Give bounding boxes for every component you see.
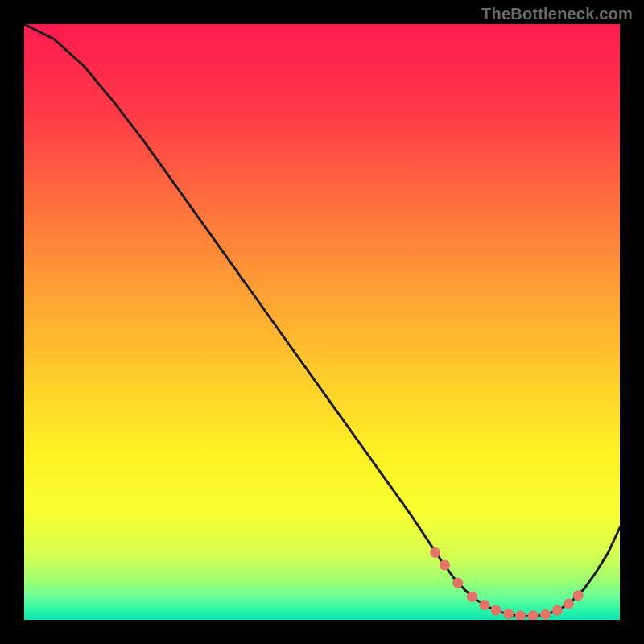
highlight-marker — [540, 609, 551, 620]
chart-svg — [24, 24, 620, 620]
highlight-marker — [440, 559, 450, 570]
highlight-marker — [564, 599, 574, 609]
highlight-marker — [491, 605, 502, 616]
highlight-marker — [552, 605, 563, 616]
plot-area — [24, 24, 620, 620]
highlight-marker — [430, 547, 440, 558]
chart-frame: TheBottleneck.com — [0, 0, 644, 644]
highlight-marker — [467, 592, 477, 602]
gradient-background — [24, 24, 620, 620]
highlight-marker — [452, 578, 463, 588]
watermark-text: TheBottleneck.com — [481, 5, 633, 23]
highlight-marker — [503, 609, 514, 619]
highlight-marker — [480, 600, 490, 610]
highlight-marker — [573, 590, 584, 601]
